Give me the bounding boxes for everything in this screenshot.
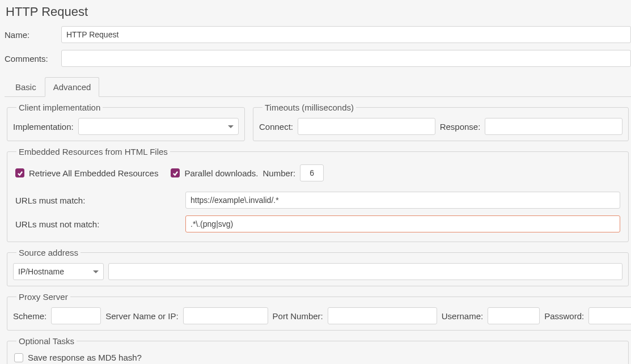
proxy-scheme-input[interactable] bbox=[51, 307, 101, 324]
embedded-resources-legend: Embedded Resources from HTML Files bbox=[16, 147, 170, 156]
optional-tasks-group: Optional Tasks Save response as MD5 hash… bbox=[7, 336, 629, 364]
source-address-legend: Source address bbox=[16, 248, 81, 257]
response-label: Response: bbox=[440, 122, 481, 132]
proxy-port-label: Port Number: bbox=[273, 311, 323, 321]
proxy-server-legend: Proxy Server bbox=[16, 292, 70, 302]
retrieve-all-label: Retrieve All Embedded Resources bbox=[29, 168, 158, 178]
proxy-password-label: Password: bbox=[544, 311, 584, 321]
parallel-downloads-checkbox[interactable] bbox=[171, 168, 180, 177]
urls-not-match-label: URLs must not match: bbox=[15, 219, 180, 229]
comments-label: Comments: bbox=[5, 54, 57, 64]
proxy-username-input[interactable] bbox=[488, 307, 540, 324]
connect-input[interactable] bbox=[298, 118, 435, 135]
comments-input[interactable] bbox=[61, 50, 631, 67]
response-input[interactable] bbox=[485, 118, 622, 135]
name-input[interactable] bbox=[61, 26, 631, 43]
proxy-port-input[interactable] bbox=[328, 307, 437, 324]
implementation-dropdown[interactable] bbox=[78, 118, 239, 135]
proxy-server-input[interactable] bbox=[183, 307, 268, 324]
source-address-input[interactable] bbox=[108, 263, 622, 280]
number-label: Number: bbox=[263, 168, 296, 178]
tab-basic[interactable]: Basic bbox=[7, 77, 45, 96]
urls-not-match-input[interactable] bbox=[185, 215, 620, 232]
source-address-group: Source address IP/Hostname bbox=[7, 248, 629, 286]
md5-checkbox[interactable] bbox=[14, 353, 23, 362]
source-address-type-dropdown[interactable]: IP/Hostname bbox=[13, 263, 104, 280]
proxy-username-label: Username: bbox=[442, 311, 483, 321]
timeouts-legend: Timeouts (milliseconds) bbox=[262, 103, 356, 112]
md5-label: Save response as MD5 hash? bbox=[28, 353, 142, 362]
chevron-down-icon bbox=[228, 125, 234, 128]
tab-advanced[interactable]: Advanced bbox=[45, 77, 100, 97]
proxy-scheme-label: Scheme: bbox=[13, 311, 46, 321]
urls-match-input[interactable] bbox=[185, 192, 620, 209]
parallel-downloads-label: Parallel downloads. bbox=[184, 168, 258, 178]
proxy-password-input[interactable] bbox=[588, 307, 631, 324]
tab-bar: Basic Advanced bbox=[5, 77, 631, 97]
client-implementation-group: Client implementation Implementation: bbox=[7, 103, 245, 141]
optional-tasks-legend: Optional Tasks bbox=[16, 336, 77, 346]
urls-match-label: URLs must match: bbox=[15, 196, 180, 205]
chevron-down-icon bbox=[93, 270, 99, 273]
client-implementation-legend: Client implementation bbox=[16, 103, 103, 112]
source-address-type-value: IP/Hostname bbox=[18, 267, 88, 276]
page-title: HTTP Request bbox=[6, 5, 631, 19]
retrieve-all-checkbox[interactable] bbox=[15, 168, 24, 177]
implementation-label: Implementation: bbox=[13, 122, 74, 132]
proxy-server-label: Server Name or IP: bbox=[105, 311, 178, 321]
timeouts-group: Timeouts (milliseconds) Connect: Respons… bbox=[253, 103, 629, 141]
proxy-server-group: Proxy Server Scheme: Server Name or IP: … bbox=[7, 292, 631, 331]
name-label: Name: bbox=[5, 30, 57, 40]
embedded-resources-group: Embedded Resources from HTML Files Retri… bbox=[7, 147, 629, 242]
number-input[interactable] bbox=[300, 164, 324, 181]
connect-label: Connect: bbox=[259, 122, 293, 132]
